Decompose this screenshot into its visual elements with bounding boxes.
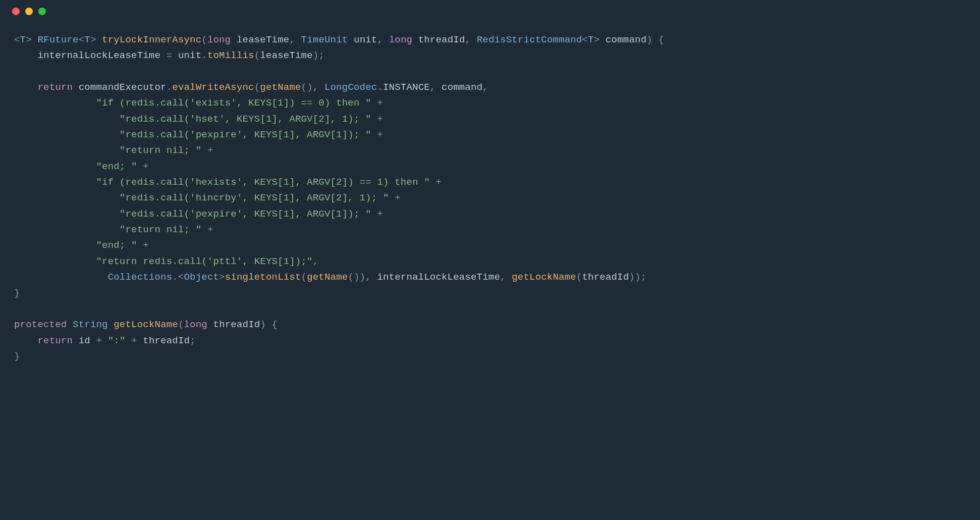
code-token: +	[126, 335, 143, 346]
code-token	[14, 224, 120, 235]
code-token: ,	[430, 82, 442, 93]
code-token: +	[371, 209, 383, 220]
code-token: (	[254, 82, 260, 93]
code-token: +	[201, 145, 213, 156]
code-token: (	[201, 34, 207, 45]
code-token: <	[582, 34, 588, 45]
code-token: ;	[190, 335, 196, 346]
code-token	[14, 335, 37, 346]
code-token: Collections	[108, 272, 173, 283]
minimize-icon[interactable]	[25, 8, 33, 15]
code-token: ));	[629, 272, 646, 283]
code-token: .	[167, 82, 173, 93]
code-token: return	[37, 82, 73, 93]
code-token: internalLockLeaseTime	[14, 50, 167, 61]
code-token	[67, 319, 73, 330]
code-token: command	[606, 34, 646, 45]
code-token: >	[26, 34, 37, 45]
code-token: +	[389, 192, 401, 203]
code-token: ) {	[646, 34, 664, 45]
code-token: "redis.call('pexpire', KEYS[1], ARGV[1])…	[120, 129, 371, 140]
code-block: <T> RFuture<T> tryLockInnerAsync(long le…	[0, 22, 980, 385]
code-token: }	[14, 288, 20, 299]
code-token	[14, 192, 120, 203]
code-token: .<	[172, 272, 184, 283]
code-token: long	[389, 34, 412, 45]
code-token: Object	[184, 272, 219, 283]
code-token: ,	[289, 34, 301, 45]
code-token: "return redis.call('pttl', KEYS[1]);"	[96, 256, 312, 267]
code-token: getName	[260, 82, 301, 93]
code-token: (	[178, 319, 184, 330]
code-token: T	[84, 34, 90, 45]
window-titlebar	[0, 0, 980, 22]
code-token: command	[442, 82, 482, 93]
code-token: >	[219, 272, 225, 283]
code-token: (	[254, 50, 260, 61]
code-token: ,	[465, 34, 477, 45]
code-token: RFuture	[37, 34, 78, 45]
code-token	[14, 129, 120, 140]
code-token: );	[313, 50, 324, 61]
code-token: protected	[14, 319, 67, 330]
code-token: "if (redis.call('hexists', KEYS[1], ARGV…	[96, 177, 429, 188]
code-token: tryLockInnerAsync	[102, 34, 201, 45]
code-token: long	[207, 34, 231, 45]
code-token	[14, 145, 120, 156]
code-token	[14, 272, 108, 283]
code-token: ()),	[348, 272, 377, 283]
code-token: .	[377, 82, 383, 93]
code-token	[108, 319, 114, 330]
code-token: singletonList	[225, 272, 301, 283]
code-token	[14, 177, 96, 188]
code-token: "return nil; "	[120, 224, 201, 235]
code-token: ":"	[108, 335, 126, 346]
code-token	[14, 256, 96, 267]
code-token: "if (redis.call('exists', KEYS[1]) == 0)…	[96, 97, 371, 109]
code-token: long	[184, 319, 207, 330]
code-token: "end; "	[96, 161, 137, 172]
code-token: threadId	[143, 335, 190, 346]
code-token	[14, 209, 120, 220]
code-token: TimeUnit	[301, 34, 348, 45]
code-token: internalLockLeaseTime	[377, 272, 500, 283]
code-token: "redis.call('hset', KEYS[1], ARGV[2], 1)…	[120, 114, 371, 125]
close-icon[interactable]	[12, 8, 20, 15]
code-token: >	[594, 34, 606, 45]
code-token: =	[167, 50, 178, 61]
code-token	[14, 240, 96, 251]
code-token: unit	[348, 34, 377, 45]
code-token: +	[371, 97, 383, 109]
code-token: threadId	[412, 34, 465, 45]
code-token: >	[90, 34, 102, 45]
code-token: +	[371, 129, 383, 140]
code-token: +	[137, 240, 149, 251]
code-token: leaseTime	[260, 50, 312, 61]
code-token: (	[576, 272, 582, 283]
code-token: (	[301, 272, 307, 283]
code-token: ) {	[260, 319, 278, 330]
code-token: getLockName	[512, 272, 576, 283]
code-token: ,	[482, 82, 488, 93]
code-token	[14, 82, 37, 93]
code-token: commandExecutor	[73, 82, 167, 93]
code-token: +	[96, 335, 107, 346]
code-token: <	[79, 34, 85, 45]
code-token: ,	[500, 272, 512, 283]
code-token: "end; "	[96, 240, 137, 251]
code-token: T	[20, 34, 26, 45]
code-token: return	[37, 335, 73, 346]
code-token: unit	[178, 50, 201, 61]
code-token: +	[201, 224, 213, 235]
code-token: "redis.call('pexpire', KEYS[1], ARGV[1])…	[120, 209, 371, 220]
code-window: <T> RFuture<T> tryLockInnerAsync(long le…	[0, 0, 980, 520]
code-token: evalWriteAsync	[172, 82, 254, 93]
code-token: ,	[377, 34, 389, 45]
code-token: LongCodec	[324, 82, 377, 93]
code-token: "redis.call('hincrby', KEYS[1], ARGV[2],…	[120, 192, 389, 203]
zoom-icon[interactable]	[38, 8, 46, 15]
code-token	[14, 114, 120, 125]
code-token: INSTANCE	[383, 82, 430, 93]
code-token: threadId	[207, 319, 260, 330]
code-token	[14, 161, 96, 172]
